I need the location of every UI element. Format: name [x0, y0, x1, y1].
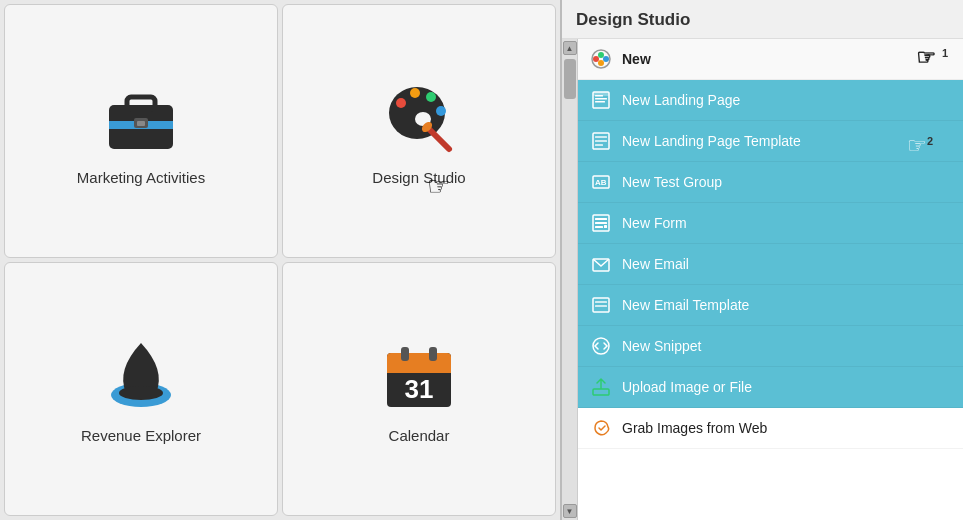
cursor-pointer-menu: ☞ 1 — [916, 45, 948, 71]
svg-point-22 — [593, 56, 599, 62]
app-grid: Marketing Activities Design Studio ☞ — [0, 0, 560, 520]
svg-point-24 — [603, 56, 609, 62]
tile-design-studio[interactable]: Design Studio ☞ — [282, 4, 556, 258]
svg-rect-33 — [595, 140, 607, 142]
svg-rect-40 — [595, 226, 603, 228]
menu-item-new[interactable]: New ☞ 1 — [578, 39, 963, 80]
svg-rect-39 — [595, 222, 607, 224]
new-icon — [590, 48, 612, 70]
panel-title: Design Studio — [562, 0, 963, 39]
tile-marketing-activities[interactable]: Marketing Activities — [4, 4, 278, 258]
menu-item-new-email-template[interactable]: New Email Template — [578, 285, 963, 326]
svg-line-11 — [429, 129, 449, 149]
panel-body: ▲ ▼ New ☞ 1 — [562, 39, 963, 520]
menu-item-upload-image[interactable]: Upload Image or File — [578, 367, 963, 408]
svg-rect-30 — [593, 92, 609, 96]
svg-point-25 — [598, 60, 604, 66]
menu-item-new-landing-page[interactable]: New Landing Page — [578, 80, 963, 121]
tile-calendar[interactable]: 31 Calendar — [282, 262, 556, 516]
scroll-thumb[interactable] — [564, 59, 576, 99]
svg-point-10 — [436, 106, 446, 116]
menu-upload-label: Upload Image or File — [622, 379, 752, 395]
scroll-up-button[interactable]: ▲ — [563, 41, 577, 55]
svg-rect-18 — [401, 347, 409, 361]
svg-rect-19 — [429, 347, 437, 361]
briefcase-icon — [101, 77, 181, 157]
tile-revenue-explorer-label: Revenue Explorer — [81, 427, 201, 444]
menu-test-group-label: New Test Group — [622, 174, 722, 190]
svg-text:31: 31 — [405, 374, 434, 404]
tile-calendar-label: Calendar — [389, 427, 450, 444]
hat-icon — [101, 335, 181, 415]
form-icon — [590, 212, 612, 234]
svg-point-8 — [410, 88, 420, 98]
menu-grab-images-label: Grab Images from Web — [622, 420, 767, 436]
palette-icon — [379, 77, 459, 157]
menu-item-new-test-group[interactable]: AB New Test Group — [578, 162, 963, 203]
svg-point-23 — [598, 52, 604, 58]
menu-email-label: New Email — [622, 256, 689, 272]
svg-rect-4 — [137, 121, 145, 126]
grab-icon — [590, 417, 612, 439]
menu-item-new-email[interactable]: New Email — [578, 244, 963, 285]
tile-marketing-activities-label: Marketing Activities — [77, 169, 205, 186]
scroll-down-button[interactable]: ▼ — [563, 504, 577, 518]
menu-snippet-label: New Snippet — [622, 338, 701, 354]
svg-rect-1 — [127, 97, 155, 109]
menu-email-template-label: New Email Template — [622, 297, 749, 313]
svg-rect-28 — [595, 98, 607, 100]
svg-text:AB: AB — [595, 178, 607, 187]
cursor-pointer-2: ☞2 — [907, 133, 933, 159]
tile-design-studio-label: Design Studio — [372, 169, 465, 186]
svg-rect-45 — [595, 305, 607, 307]
scrollbar[interactable]: ▲ ▼ — [562, 39, 578, 520]
menu-form-label: New Form — [622, 215, 687, 231]
landing-page-template-icon — [590, 130, 612, 152]
menu-item-new-snippet[interactable]: New Snippet — [578, 326, 963, 367]
email-template-icon — [590, 294, 612, 316]
svg-point-14 — [119, 386, 163, 400]
calendar-icon: 31 — [379, 335, 459, 415]
menu-item-grab-images[interactable]: Grab Images from Web — [578, 408, 963, 449]
menu-item-new-form[interactable]: New Form — [578, 203, 963, 244]
svg-rect-29 — [595, 101, 605, 103]
svg-rect-41 — [604, 225, 607, 228]
design-studio-panel: Design Studio ▲ ▼ New — [560, 0, 963, 520]
landing-page-icon — [590, 89, 612, 111]
upload-icon — [590, 376, 612, 398]
menu-list: New ☞ 1 New Landing Page — [578, 39, 963, 520]
svg-rect-44 — [595, 301, 607, 303]
svg-rect-47 — [593, 389, 609, 395]
svg-point-7 — [396, 98, 406, 108]
test-group-icon: AB — [590, 171, 612, 193]
svg-rect-17 — [387, 365, 451, 373]
svg-rect-34 — [595, 144, 603, 146]
svg-rect-32 — [595, 136, 607, 138]
email-icon — [590, 253, 612, 275]
svg-rect-38 — [595, 218, 607, 220]
svg-point-9 — [426, 92, 436, 102]
menu-landing-page-label: New Landing Page — [622, 92, 740, 108]
menu-item-new-landing-page-template[interactable]: New Landing Page Template ☞2 — [578, 121, 963, 162]
menu-landing-page-template-label: New Landing Page Template — [622, 133, 801, 149]
menu-new-label: New — [622, 51, 651, 67]
snippet-icon — [590, 335, 612, 357]
tile-revenue-explorer[interactable]: Revenue Explorer — [4, 262, 278, 516]
